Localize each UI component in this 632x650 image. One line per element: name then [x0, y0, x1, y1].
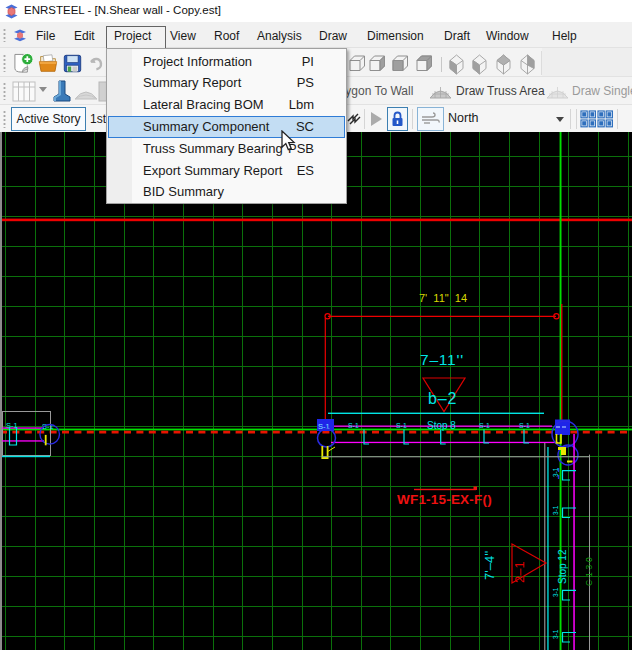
svg-text:7'–4'': 7'–4'': [482, 551, 497, 580]
svg-text:S-1: S-1: [348, 422, 359, 429]
svg-text:Stop 8: Stop 8: [427, 420, 456, 431]
svg-text:3-1: 3-1: [552, 629, 559, 639]
svg-text:2–1: 2–1: [512, 561, 527, 583]
svg-text:Stop 12: Stop 12: [557, 549, 568, 584]
svg-text:b–2: b–2: [428, 390, 457, 407]
svg-text:C-1-3-0: C-1-3-0: [584, 557, 594, 586]
svg-text:7' 11" 14: 7' 11" 14: [419, 292, 467, 304]
svg-text:S-1: S-1: [6, 421, 18, 430]
svg-text:3-1: 3-1: [552, 467, 559, 477]
svg-text:S-1: S-1: [479, 422, 490, 429]
svg-text:7–11'': 7–11'': [420, 351, 464, 368]
svg-text:S-1: S-1: [396, 422, 407, 429]
svg-text:3-1: 3-1: [552, 587, 559, 597]
svg-text:WF1-15-EX-F(): WF1-15-EX-F(): [397, 492, 492, 507]
svg-text:S-1: S-1: [519, 422, 530, 429]
svg-text:3-1: 3-1: [552, 505, 559, 515]
